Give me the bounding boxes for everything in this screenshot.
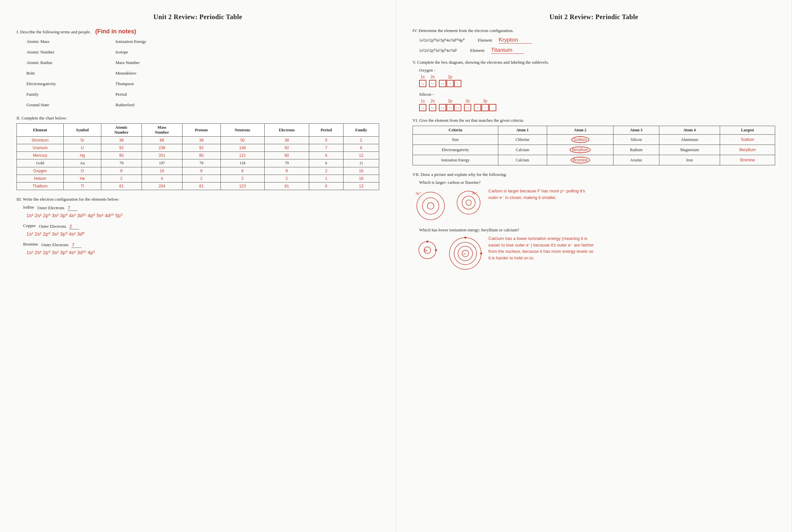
- iv-element-label-1: Element: [470, 48, 484, 53]
- box-2s-1: ↑↓: [429, 80, 436, 87]
- oxygen-orbital-boxes: 1s ↑↓ 2s ↑↓ 2p: [419, 75, 775, 87]
- cell-atomic-0: 38: [101, 137, 141, 144]
- term-atomic-radius: Atomic Radius: [26, 59, 105, 66]
- en-largest: Beryllium: [720, 145, 775, 155]
- col-electrons: Electrons: [264, 124, 309, 137]
- term-isotope: Isotope: [116, 48, 195, 56]
- en-atom3: Radium: [614, 145, 659, 155]
- ie-atom3: Arsenic: [614, 155, 659, 165]
- cell-element-3: Gold: [17, 159, 64, 167]
- cell-neutrons-5: 2: [221, 175, 265, 183]
- calcium-svg: Ca: [447, 235, 483, 272]
- si-box-3s: ↑↓: [464, 104, 471, 111]
- term-atomic-mass: Atomic Mass: [26, 38, 105, 45]
- size-atom2: Sodium: [547, 135, 614, 145]
- section-vi: VI. Give the element from the set that m…: [412, 118, 775, 165]
- oxygen-diagram: Oxygen - 1s ↑↓ 2s ↑↓: [419, 68, 775, 87]
- cell-period-0: 5: [309, 137, 344, 144]
- col-family: Family: [343, 124, 379, 137]
- svg-text:6p⁺: 6p⁺: [416, 191, 421, 195]
- cell-protons-0: 38: [182, 137, 220, 144]
- col-element: Element: [17, 124, 64, 137]
- cell-electrons-3: 79: [264, 159, 309, 167]
- cell-family-6: 13: [343, 183, 379, 190]
- si-box-3p1: ↑: [474, 104, 481, 111]
- si-1s-label: 1s: [421, 99, 425, 103]
- cell-symbol-1: U: [63, 144, 101, 152]
- cell-electrons-2: 80: [264, 152, 309, 159]
- orbital-2s-label: 2s: [431, 75, 435, 79]
- left-page: Unit 2 Review: Periodic Table I. Describ…: [0, 0, 396, 532]
- size-atom3: Silicon: [614, 135, 659, 145]
- section-iii: III. Write the electron configuration fo…: [17, 197, 379, 255]
- cell-period-4: 2: [309, 167, 344, 175]
- outer-label-0: Outer Electrons: [37, 205, 64, 211]
- svg-point-4: [466, 200, 471, 205]
- q2-explanation: Calcium has a lower ionization energy (m…: [488, 235, 594, 261]
- cell-protons-3: 79: [182, 159, 220, 167]
- section-ii-header: II. Complete the chart below:: [17, 115, 379, 121]
- svg-point-0: [427, 203, 434, 209]
- section-iv-configs: 1s²2s²2p⁶3s²3p⁶4s²3d¹⁰4p⁶Element Krypton…: [412, 37, 775, 54]
- q1-explanation: Carbon is larger because F has more p⁺ p…: [488, 188, 594, 201]
- svg-text:9p⁺: 9p⁺: [472, 191, 478, 195]
- section-iv: IV. Determine the element from the elect…: [412, 28, 775, 54]
- table-row: UraniumU92238921469276: [17, 144, 379, 152]
- table-row: Size Chlorine Sodium Silicon Aluminum So…: [413, 135, 775, 145]
- atom1-col: Atom 1: [498, 126, 547, 135]
- element-table: Element Symbol AtomicNumber MassNumber P…: [17, 124, 379, 190]
- si-box-2p1: ↑↓: [439, 104, 446, 111]
- cell-protons-6: 81: [182, 183, 220, 190]
- term-rutherford: Rutherford: [116, 101, 195, 109]
- section-vii-header: VII. Draw a picture and explain why for …: [412, 172, 775, 177]
- size-atom4: Aluminum: [659, 135, 720, 145]
- orbital-2p-oxygen: 2p ↑↓ ↑ ↑: [439, 75, 461, 87]
- cell-family-2: 12: [343, 152, 379, 159]
- cell-mass-6: 204: [141, 183, 182, 190]
- iv-config-row-0: 1s²2s²2p⁶3s²3p⁶4s²3d¹⁰4p⁶Element Krypton: [419, 37, 775, 43]
- en-atom1: Calcium: [498, 145, 547, 155]
- orbital-2p-silicon: 2p ↑↓ ↑↓ ↑↓: [439, 99, 461, 111]
- config-label-row-0: IodineOuter Electrons 7: [23, 205, 379, 211]
- cell-electrons-5: 2: [264, 175, 309, 183]
- table-row: Electronegativity Calcium Beryllium Radi…: [413, 145, 775, 155]
- section-ii: II. Complete the chart below: Element Sy…: [17, 115, 379, 190]
- cell-period-5: 1: [309, 175, 344, 183]
- en-atom4: Magnesium: [659, 145, 720, 155]
- cell-neutrons-4: 8: [221, 167, 265, 175]
- table-row: ThalliumTl812048112381613: [17, 183, 379, 190]
- config-value-1: 1s² 2s² 2p⁶ 3s² 3p⁶ 4s² 3d⁹: [26, 231, 379, 237]
- cell-protons-5: 2: [182, 175, 220, 183]
- cell-mass-0: 88: [141, 137, 182, 144]
- box-2p-3: ↑: [454, 80, 461, 87]
- cell-mass-4: 16: [141, 167, 182, 175]
- term-ground-state: Ground State: [26, 101, 105, 109]
- term-period: Period: [116, 91, 195, 98]
- cell-mass-3: 197: [141, 159, 182, 167]
- cell-family-3: 11: [343, 159, 379, 167]
- section-i-header: I. Describe the following terms and peop…: [17, 28, 379, 35]
- cell-period-6: 6: [309, 183, 344, 190]
- orbital-1s-oxygen: 1s ↑↓: [419, 75, 426, 87]
- cell-symbol-6: Tl: [63, 183, 101, 190]
- term-thompson: Thompson: [116, 80, 195, 88]
- criteria-en: Electronegativity: [413, 145, 498, 155]
- cell-family-5: 18: [343, 175, 379, 183]
- silicon-label: Silicon -: [419, 92, 775, 97]
- cell-period-3: 6: [309, 159, 344, 167]
- cell-element-6: Thallium: [17, 183, 64, 190]
- cell-symbol-2: Hg: [63, 152, 101, 159]
- config-label-row-2: BromineOuter Electrons 7: [23, 242, 379, 248]
- col-atomic: AtomicNumber: [101, 124, 141, 137]
- cell-protons-2: 80: [182, 152, 220, 159]
- table-row: Ionization Energy Calcium Bromine Arseni…: [413, 155, 775, 165]
- ie-atom2: Bromine: [547, 155, 614, 165]
- section-i-label: I. Describe the following terms and peop…: [17, 30, 91, 34]
- cell-neutrons-3: 118: [221, 159, 265, 167]
- section-i: I. Describe the following terms and peop…: [17, 28, 379, 109]
- size-atom1: Chlorine: [498, 135, 547, 145]
- iv-element-answer-0: Krypton: [499, 37, 532, 43]
- cell-atomic-2: 80: [101, 152, 141, 159]
- outer-label-1: Outer Electrons: [39, 224, 66, 229]
- cell-atomic-6: 81: [101, 183, 141, 190]
